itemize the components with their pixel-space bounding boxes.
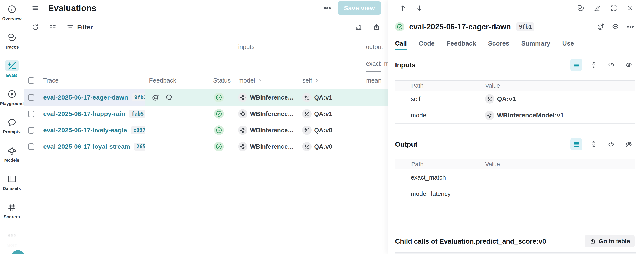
chart-icon[interactable] (355, 23, 362, 31)
go-to-table-button[interactable]: Go to table (585, 235, 635, 248)
comment-icon[interactable] (165, 93, 173, 101)
evals-icon (302, 109, 312, 118)
kv-row[interactable]: selfQA:v1 (395, 91, 635, 107)
column-settings-icon[interactable] (49, 23, 57, 31)
row-checkbox[interactable] (28, 94, 34, 101)
trace-link[interactable]: eval-2025-06-17-eager-dawn (43, 94, 128, 101)
sidebar-item-playground[interactable]: Playground (0, 88, 24, 110)
tab-use[interactable]: Use (562, 37, 574, 50)
output-section-header: Output (395, 137, 635, 152)
trace-link[interactable]: eval-2025-06-17-happy-rain (43, 110, 125, 117)
sidebar-item-label: Prompts (3, 130, 21, 134)
kv-row[interactable]: model_latency (395, 186, 635, 202)
sidebar-item-datasets[interactable]: Datasets (0, 173, 24, 195)
models-icon (485, 111, 494, 120)
mean-cell (362, 106, 388, 122)
table-row[interactable]: eval-2025-06-17-happy-rainfab5WBInferenc… (24, 106, 388, 122)
hide-icon[interactable] (623, 138, 635, 150)
datasets-icon-wrap (5, 173, 19, 185)
hamburger-icon[interactable] (32, 4, 39, 12)
column-header-trace[interactable]: Trace (38, 72, 144, 89)
kv-path-name: exact_match (411, 174, 446, 181)
add-reaction-icon[interactable] (152, 93, 160, 101)
tab-summary[interactable]: Summary (521, 37, 550, 50)
save-view-button[interactable]: Save view (338, 1, 381, 15)
chevron-right-icon[interactable] (314, 78, 320, 83)
traces-icon[interactable] (577, 4, 584, 12)
column-header-self[interactable]: self (298, 72, 362, 89)
row-checkbox[interactable] (28, 143, 34, 150)
code-view-icon[interactable] (605, 138, 617, 150)
output-table: Path Value exact_matchmodel_latency (395, 159, 635, 202)
trace-link[interactable]: eval-2025-06-17-lively-eagle (43, 127, 127, 134)
kv-row[interactable]: modelWBInferenceModel:v1 (395, 107, 635, 124)
scorers-icon-wrap (5, 202, 19, 213)
export-icon[interactable] (373, 23, 380, 31)
edit-icon[interactable] (593, 4, 601, 12)
more-dots-icon[interactable] (626, 23, 634, 31)
list-view-icon[interactable] (570, 59, 582, 71)
next-call-icon[interactable] (416, 4, 423, 12)
column-header-mean[interactable]: mean (362, 72, 388, 89)
sidebar-item-label: Scorers (4, 215, 20, 219)
chevron-right-icon[interactable] (402, 96, 408, 102)
check-circle-icon (215, 94, 222, 101)
sidebar-item-more[interactable]: More (0, 230, 24, 251)
check-circle-icon (215, 110, 222, 117)
success-status-icon (214, 93, 224, 102)
call-id-badge[interactable]: 9fb1 (516, 22, 534, 31)
column-group-row-2: exact_match (24, 55, 388, 72)
sidebar-item-evals[interactable]: Evals (0, 60, 24, 81)
add-reaction-icon[interactable] (597, 23, 604, 31)
hide-icon[interactable] (623, 59, 635, 71)
status-cell (209, 122, 234, 138)
kv-path-cell: model (395, 107, 480, 123)
evals-icon (302, 142, 312, 151)
sidebar-item-traces[interactable]: Traces (0, 32, 24, 53)
path-column-header: Path (395, 82, 480, 89)
expand-rows-icon[interactable] (588, 59, 600, 71)
chevron-right-icon[interactable] (258, 78, 263, 83)
table-row[interactable]: eval-2025-06-17-loyal-stream2659WBInfere… (24, 138, 388, 155)
kv-path-cell: exact_match (395, 169, 480, 186)
fullscreen-icon[interactable] (610, 4, 618, 12)
export-icon (590, 238, 596, 245)
kv-row[interactable]: exact_match (395, 169, 635, 186)
kv-value-label[interactable]: WBInferenceModel:v1 (497, 112, 564, 119)
row-checkbox-cell (24, 138, 38, 155)
overflow-menu-icon[interactable] (324, 4, 331, 12)
table-row[interactable]: eval-2025-06-17-eager-dawn9fb1WBInferenc… (24, 89, 388, 106)
previous-call-icon[interactable] (399, 4, 406, 12)
sidebar-item-scorers[interactable]: Scorers (0, 202, 24, 223)
column-header-feedback[interactable]: Feedback (144, 72, 209, 89)
sidebar-item-overview[interactable]: Overview (0, 3, 24, 25)
chevron-right-icon[interactable] (402, 112, 408, 118)
kv-value-label[interactable]: QA:v1 (497, 95, 516, 103)
tab-scores[interactable]: Scores (488, 37, 509, 50)
tab-feedback[interactable]: Feedback (446, 37, 476, 50)
self-cell: QA:v0 (298, 122, 362, 138)
tab-code[interactable]: Code (419, 37, 435, 50)
refresh-icon[interactable] (32, 23, 39, 31)
path-column-header: Path (395, 161, 480, 168)
column-header-model[interactable]: model (234, 72, 298, 89)
list-view-icon[interactable] (570, 138, 582, 150)
row-checkbox[interactable] (28, 111, 34, 117)
chevron-right-icon[interactable] (402, 191, 408, 197)
sidebar-item-prompts[interactable]: Prompts (0, 117, 24, 138)
row-checkbox[interactable] (28, 127, 34, 134)
expand-rows-icon[interactable] (588, 138, 600, 150)
tab-call[interactable]: Call (395, 37, 407, 50)
chevron-right-icon[interactable] (402, 174, 408, 180)
info-icon (7, 4, 16, 14)
trace-link[interactable]: eval-2025-06-17-loyal-stream (43, 143, 130, 150)
comment-icon[interactable] (612, 23, 619, 31)
column-header-status[interactable]: Status (209, 72, 234, 89)
select-all-checkbox[interactable] (28, 77, 34, 84)
table-row[interactable]: eval-2025-06-17-lively-eaglec097WBInfere… (24, 122, 388, 138)
filter-button[interactable]: Filter (66, 23, 93, 31)
sidebar-item-models[interactable]: Models (0, 145, 24, 166)
kv-value-cell (480, 169, 635, 186)
close-icon[interactable] (626, 4, 634, 12)
code-view-icon[interactable] (605, 59, 617, 71)
